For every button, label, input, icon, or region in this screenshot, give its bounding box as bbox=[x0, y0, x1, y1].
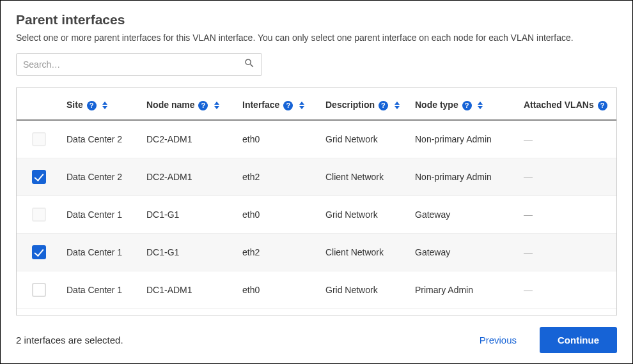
help-icon[interactable]: ? bbox=[462, 101, 472, 110]
cell-node-type: Gateway bbox=[410, 195, 519, 233]
cell-node-name: DC1-G1 bbox=[141, 195, 237, 233]
sort-icon[interactable] bbox=[395, 102, 400, 109]
cell-site: Data Center 1 bbox=[61, 271, 141, 308]
cell-attached-vlans: — bbox=[519, 120, 616, 158]
table-row: Data Center 2DC2-ADM1eth0Grid NetworkNon… bbox=[17, 120, 616, 158]
cell-node-name: DC2-ADM1 bbox=[141, 120, 237, 158]
interfaces-table: Site ? Node name ? Interface ? bbox=[17, 88, 616, 309]
cell-site: Data Center 2 bbox=[61, 120, 141, 158]
previous-button[interactable]: Previous bbox=[464, 328, 532, 352]
cell-attached-vlans: — bbox=[519, 158, 616, 195]
row-checkbox bbox=[32, 208, 46, 222]
page-subtitle: Select one or more parent interfaces for… bbox=[16, 33, 617, 43]
column-header-node-name[interactable]: Node name ? bbox=[141, 88, 237, 120]
cell-site: Data Center 1 bbox=[61, 233, 141, 271]
cell-interface: eth0 bbox=[237, 195, 320, 233]
page-title: Parent interfaces bbox=[16, 12, 617, 27]
cell-site: Data Center 2 bbox=[61, 158, 141, 195]
footer: 2 interfaces are selected. Previous Cont… bbox=[16, 315, 617, 353]
selection-count: 2 interfaces are selected. bbox=[16, 335, 123, 345]
row-checkbox[interactable] bbox=[32, 283, 46, 297]
column-label: Attached VLANs bbox=[524, 100, 594, 110]
row-checkbox bbox=[32, 132, 46, 146]
interfaces-table-container: Site ? Node name ? Interface ? bbox=[16, 87, 617, 315]
sort-icon[interactable] bbox=[102, 102, 107, 109]
cell-description: Grid Network bbox=[320, 195, 410, 233]
cell-description: Grid Network bbox=[320, 271, 410, 308]
cell-interface: eth0 bbox=[237, 120, 320, 158]
table-row: Data Center 1DC1-G1eth2Client NetworkGat… bbox=[17, 233, 616, 271]
continue-button[interactable]: Continue bbox=[540, 327, 617, 353]
sort-icon[interactable] bbox=[299, 102, 304, 109]
sort-icon[interactable] bbox=[214, 102, 219, 109]
cell-description: Client Network bbox=[320, 233, 410, 271]
cell-interface: eth2 bbox=[237, 158, 320, 195]
help-icon[interactable]: ? bbox=[283, 101, 293, 110]
search-icon bbox=[244, 57, 255, 72]
column-header-site[interactable]: Site ? bbox=[61, 88, 141, 120]
cell-interface: eth2 bbox=[237, 233, 320, 271]
table-scroll[interactable]: Site ? Node name ? Interface ? bbox=[17, 88, 616, 315]
cell-node-type: Gateway bbox=[410, 233, 519, 271]
column-header-node-type[interactable]: Node type ? bbox=[410, 88, 519, 120]
cell-description: Grid Network bbox=[320, 120, 410, 158]
column-header-attached-vlans: Attached VLANs ? bbox=[519, 88, 616, 120]
cell-node-name: DC2-ADM1 bbox=[141, 158, 237, 195]
search-input[interactable] bbox=[23, 59, 244, 70]
cell-node-type: Non-primary Admin bbox=[410, 120, 519, 158]
help-icon[interactable]: ? bbox=[87, 101, 97, 110]
help-icon[interactable]: ? bbox=[198, 101, 208, 110]
column-header-interface[interactable]: Interface ? bbox=[237, 88, 320, 120]
table-row: Data Center 1DC1-ADM1eth0Grid NetworkPri… bbox=[17, 271, 616, 308]
sort-icon[interactable] bbox=[478, 102, 483, 109]
table-row: Data Center 1DC1-G1eth0Grid NetworkGatew… bbox=[17, 195, 616, 233]
search-field[interactable] bbox=[16, 53, 262, 76]
cell-node-name: DC1-G1 bbox=[141, 233, 237, 271]
cell-node-type: Primary Admin bbox=[410, 271, 519, 308]
row-checkbox[interactable] bbox=[32, 170, 46, 184]
column-label: Node name bbox=[146, 100, 194, 110]
row-checkbox[interactable] bbox=[32, 245, 46, 259]
column-label: Site bbox=[66, 100, 83, 110]
help-icon[interactable]: ? bbox=[598, 101, 607, 110]
cell-attached-vlans: — bbox=[519, 233, 616, 271]
cell-node-name: DC1-ADM1 bbox=[141, 271, 237, 308]
column-label: Description bbox=[325, 100, 375, 110]
column-label: Interface bbox=[242, 100, 279, 110]
cell-site: Data Center 1 bbox=[61, 195, 141, 233]
cell-interface: eth0 bbox=[237, 271, 320, 308]
column-header-checkbox bbox=[17, 88, 61, 120]
help-icon[interactable]: ? bbox=[379, 101, 388, 110]
column-label: Node type bbox=[415, 100, 458, 110]
table-row: Data Center 2DC2-ADM1eth2Client NetworkN… bbox=[17, 158, 616, 195]
cell-node-type: Non-primary Admin bbox=[410, 158, 519, 195]
cell-description: Client Network bbox=[320, 158, 410, 195]
column-header-description[interactable]: Description ? bbox=[320, 88, 410, 120]
cell-attached-vlans: — bbox=[519, 271, 616, 308]
cell-attached-vlans: — bbox=[519, 195, 616, 233]
